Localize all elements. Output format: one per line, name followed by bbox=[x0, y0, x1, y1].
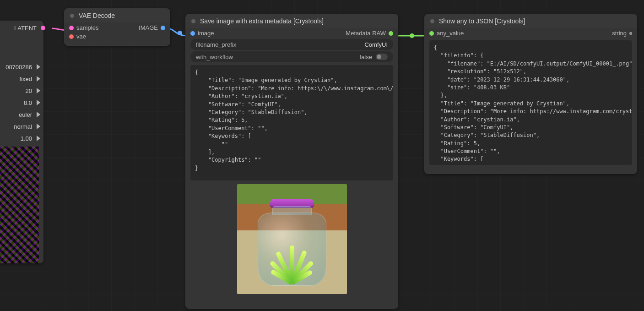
toggle-icon[interactable] bbox=[376, 54, 388, 60]
sampler-widget[interactable]: euler bbox=[0, 109, 43, 120]
node-title-bar[interactable]: Save image with extra metadata [Crystool… bbox=[186, 14, 398, 28]
seed-widget[interactable]: 08700286 bbox=[0, 61, 43, 73]
any-value-input-slot[interactable]: any_value bbox=[429, 30, 464, 37]
image-output-slot[interactable]: IMAGE bbox=[139, 24, 165, 31]
node-title-text: VAE Decode bbox=[79, 12, 115, 19]
samples-input-slot[interactable]: samples bbox=[69, 24, 98, 31]
svg-point-1 bbox=[410, 33, 414, 38]
seed-mode-widget[interactable]: fixed bbox=[0, 73, 43, 85]
json-output-display[interactable]: { "fileinfo": { "filename": "E:/AI/SD/co… bbox=[429, 40, 632, 165]
node-title-bar[interactable]: Show any to JSON [Crystools] bbox=[425, 14, 637, 28]
steps-widget[interactable]: 20 bbox=[0, 85, 43, 97]
save-image-metadata-node[interactable]: Save image with extra metadata [Crystool… bbox=[185, 14, 398, 309]
node-title-text: Show any to JSON [Crystools] bbox=[439, 17, 525, 25]
output-latent-label: LATENT bbox=[14, 25, 37, 32]
status-dot-icon bbox=[70, 14, 74, 18]
latent-port[interactable] bbox=[41, 26, 45, 30]
filename-prefix-widget[interactable]: filename_prefix ComfyUI bbox=[190, 39, 393, 50]
preview-thumbnail bbox=[0, 147, 39, 263]
scheduler-widget[interactable]: normal bbox=[0, 120, 43, 132]
image-input-slot[interactable]: image bbox=[190, 30, 214, 37]
svg-point-0 bbox=[178, 31, 182, 35]
output-image-preview bbox=[237, 184, 347, 294]
metadata-raw-output-slot[interactable]: Metadata RAW bbox=[346, 30, 393, 37]
vae-input-slot[interactable]: vae bbox=[69, 33, 98, 40]
metadata-json-textarea[interactable]: { "Title": "Image generated by Crystian"… bbox=[190, 65, 393, 180]
status-dot-icon bbox=[191, 19, 195, 23]
vae-decode-node[interactable]: VAE Decode samples vae IMAGE bbox=[64, 8, 170, 46]
status-dot-icon bbox=[430, 19, 434, 23]
string-output-slot[interactable]: string bbox=[612, 30, 632, 37]
cfg-widget[interactable]: 8.0 bbox=[0, 97, 43, 109]
node-title-bar[interactable]: VAE Decode bbox=[65, 9, 170, 22]
node-title-text: Save image with extra metadata [Crystool… bbox=[200, 17, 324, 25]
with-workflow-widget[interactable]: with_workflow false bbox=[190, 51, 393, 62]
denoise-widget[interactable]: 1.00 bbox=[0, 132, 43, 144]
show-any-to-json-node[interactable]: Show any to JSON [Crystools] any_value s… bbox=[424, 14, 637, 174]
